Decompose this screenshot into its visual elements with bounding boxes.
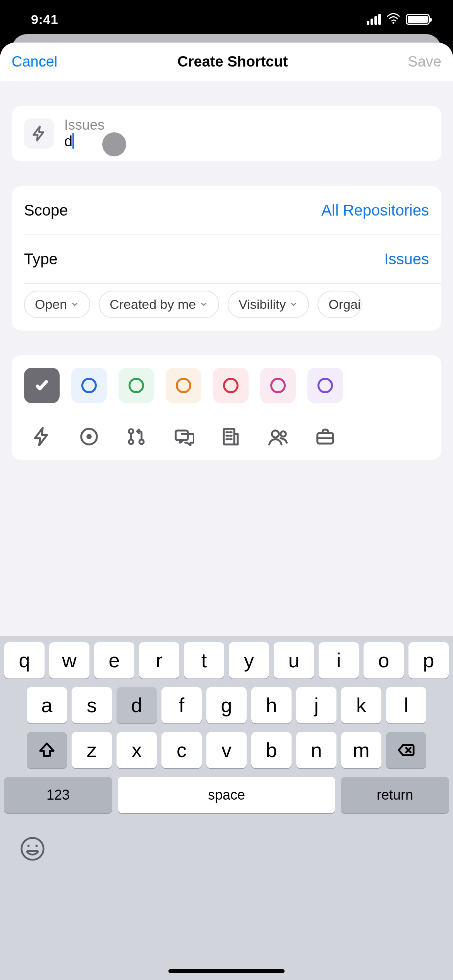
page-title: Create Shortcut (177, 53, 288, 70)
color-swatch-selected[interactable] (24, 368, 60, 403)
filter-chip-organization[interactable]: Orgai (317, 291, 361, 318)
cellular-icon (367, 14, 381, 25)
icon-option-issue[interactable] (71, 426, 107, 447)
chevron-down-icon (199, 300, 208, 309)
filter-chips-row[interactable]: Open Created by me Visibility Orgai (12, 284, 441, 331)
home-indicator[interactable] (168, 969, 285, 973)
cancel-button[interactable]: Cancel (12, 53, 57, 70)
color-swatch[interactable] (118, 368, 154, 403)
space-key[interactable]: space (118, 777, 335, 813)
shortcut-name-value: d (64, 133, 72, 151)
type-value: Issues (384, 250, 429, 268)
icon-option-organization[interactable] (213, 426, 249, 447)
key-q[interactable]: q (4, 642, 45, 678)
modal-sheet: Cancel Create Shortcut Save Issues d Sco… (0, 43, 453, 980)
emoji-icon (19, 836, 46, 862)
svg-point-12 (27, 845, 30, 847)
key-n[interactable]: n (296, 732, 336, 768)
svg-point-8 (272, 430, 279, 437)
battery-icon (406, 14, 430, 25)
svg-point-9 (281, 431, 286, 437)
color-swatch[interactable] (213, 368, 249, 403)
key-o[interactable]: o (364, 642, 404, 678)
filter-chip-visibility[interactable]: Visibility (228, 291, 309, 318)
icon-option-bolt[interactable] (24, 426, 60, 447)
emoji-key[interactable] (19, 836, 46, 862)
type-label: Type (24, 250, 58, 268)
key-p[interactable]: p (408, 642, 449, 678)
key-e[interactable]: e (94, 642, 134, 678)
color-swatch[interactable] (166, 368, 201, 403)
bolt-icon (31, 125, 48, 142)
bolt-icon (31, 426, 52, 447)
key-c[interactable]: c (161, 732, 202, 768)
color-swatch[interactable] (71, 368, 107, 403)
key-k[interactable]: k (341, 687, 381, 723)
svg-point-13 (36, 845, 38, 847)
key-m[interactable]: m (341, 732, 381, 768)
touch-indicator (102, 132, 126, 156)
save-button[interactable]: Save (408, 53, 441, 70)
key-w[interactable]: w (49, 642, 89, 678)
shortcut-icon-button[interactable] (24, 118, 54, 149)
people-icon (268, 426, 288, 447)
backspace-icon (397, 741, 415, 759)
issue-icon (79, 426, 100, 447)
key-a[interactable]: a (27, 687, 67, 723)
key-s[interactable]: s (72, 687, 112, 723)
discussion-icon (173, 426, 194, 447)
key-x[interactable]: x (117, 732, 157, 768)
icon-option-briefcase[interactable] (307, 426, 343, 447)
wifi-icon (386, 12, 400, 27)
status-time: 9:41 (31, 12, 58, 27)
svg-point-11 (22, 838, 44, 860)
icon-option-people[interactable] (260, 426, 296, 447)
numbers-key[interactable]: 123 (4, 777, 112, 813)
key-f[interactable]: f (161, 687, 202, 723)
icon-option-discussion[interactable] (166, 426, 201, 447)
briefcase-icon (315, 426, 336, 447)
key-z[interactable]: z (72, 732, 112, 768)
scope-value: All Repositories (321, 202, 429, 219)
color-swatch[interactable] (307, 368, 343, 403)
key-u[interactable]: u (274, 642, 314, 678)
scope-label: Scope (24, 202, 68, 219)
return-key[interactable]: return (341, 777, 449, 813)
type-row[interactable]: Type Issues (12, 235, 441, 283)
chip-label: Open (35, 297, 67, 312)
key-i[interactable]: i (319, 642, 359, 678)
appearance-card (12, 355, 441, 460)
shift-icon (38, 741, 56, 759)
nav-header: Cancel Create Shortcut Save (0, 43, 453, 81)
svg-point-2 (86, 434, 92, 439)
key-j[interactable]: j (296, 687, 336, 723)
svg-rect-6 (176, 430, 188, 440)
key-l[interactable]: l (386, 687, 426, 723)
key-t[interactable]: t (184, 642, 224, 678)
check-icon (34, 378, 50, 393)
settings-card: Scope All Repositories Type Issues Open … (12, 186, 441, 331)
shortcut-name-placeholder: Issues (64, 117, 429, 133)
backspace-key[interactable] (386, 732, 426, 768)
chip-label: Created by me (110, 297, 196, 312)
text-caret (72, 133, 74, 149)
svg-point-0 (393, 22, 395, 24)
icon-option-pull-request[interactable] (118, 426, 154, 447)
filter-chip-open[interactable]: Open (24, 291, 90, 318)
key-v[interactable]: v (206, 732, 247, 768)
key-y[interactable]: y (229, 642, 269, 678)
key-b[interactable]: b (251, 732, 292, 768)
key-r[interactable]: r (139, 642, 179, 678)
ios-keyboard: qwertyuiop asdfghjkl zxcvbnm 123 space r… (0, 636, 453, 980)
shortcut-name-card: Issues d (12, 106, 441, 161)
filter-chip-created-by-me[interactable]: Created by me (99, 291, 219, 318)
key-h[interactable]: h (251, 687, 292, 723)
key-d[interactable]: d (117, 687, 157, 723)
color-swatch[interactable] (260, 368, 296, 403)
shift-key[interactable] (27, 732, 67, 768)
color-picker-row (24, 368, 429, 403)
status-bar: 9:41 (0, 0, 453, 39)
chevron-down-icon (289, 300, 298, 309)
key-g[interactable]: g (206, 687, 247, 723)
scope-row[interactable]: Scope All Repositories (12, 186, 441, 235)
